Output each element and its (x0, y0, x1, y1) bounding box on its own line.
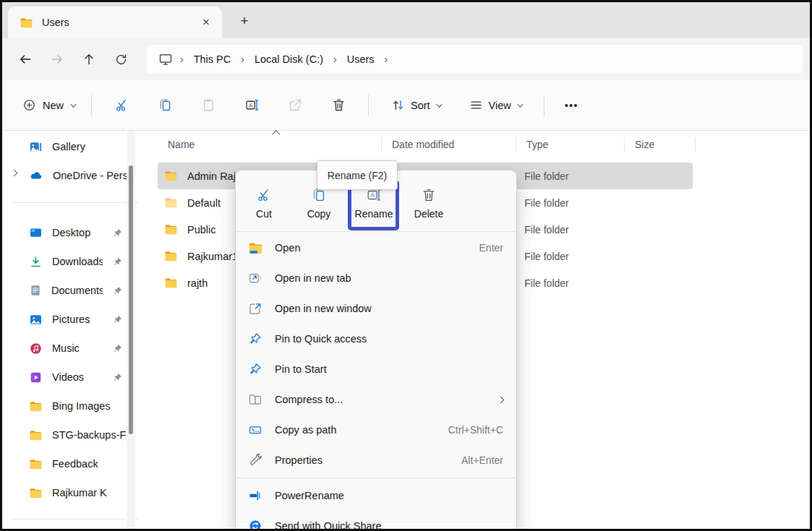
sidebar-item-desktop[interactable]: Desktop (2, 218, 147, 247)
refresh-button[interactable] (105, 46, 137, 73)
menu-item-shortcut: Ctrl+Shift+C (448, 424, 503, 436)
menu-item-open-in-new-tab[interactable]: Open in new tab (236, 263, 516, 293)
sidebar-item-label: Bing Images (52, 400, 111, 412)
sidebar-item-rajkumar-k[interactable]: Rajkumar K (2, 478, 147, 507)
sidebar-scrollbar[interactable] (127, 131, 135, 530)
breadcrumb-users[interactable]: Users (344, 51, 377, 68)
folder-icon (164, 196, 178, 210)
sidebar-item-documents[interactable]: Documents (2, 276, 147, 305)
sidebar-item-label: STG-backups-Fl (52, 429, 129, 441)
delete-button[interactable] (323, 91, 354, 120)
column-header-date-modified[interactable]: Date modified (382, 131, 516, 158)
menu-item-powerrename[interactable]: PowerRename (236, 480, 516, 511)
column-headers: Name Date modified Type Size (158, 131, 810, 158)
sidebar-item-pictures[interactable]: Pictures (2, 305, 147, 334)
delete-icon (421, 187, 437, 203)
menu-item-open-in-new-window[interactable]: Open in new window (236, 293, 516, 324)
chevron-down-icon (70, 101, 76, 107)
column-header-size[interactable]: Size (625, 131, 696, 158)
new-tab-button[interactable]: + (234, 11, 255, 31)
sidebar-item-label: Pictures (52, 314, 90, 325)
toolbar-divider (368, 95, 369, 116)
folder-icon (164, 223, 178, 236)
folder-icon (164, 249, 178, 263)
file-type: File folder (514, 197, 622, 209)
gallery-icon (29, 140, 43, 154)
toolbar-divider (91, 95, 92, 116)
column-header-name[interactable]: Name (158, 131, 382, 158)
documents-icon (29, 284, 42, 297)
breadcrumb-local-disk-c[interactable]: Local Disk (C:) (252, 51, 326, 68)
sidebar-item-stg-backups[interactable]: STG-backups-Fl (2, 420, 147, 449)
plus-circle-icon (22, 98, 36, 112)
sidebar-item-label: Feedback (52, 458, 98, 470)
sidebar-item-gallery[interactable]: Gallery (2, 132, 147, 161)
up-button[interactable] (73, 46, 105, 73)
expand-chevron-icon[interactable] (11, 170, 18, 177)
folder-icon (20, 16, 33, 30)
pictures-icon (29, 313, 43, 327)
sidebar-item-videos[interactable]: Videos (2, 363, 147, 392)
context-cut-button[interactable]: Cut (239, 180, 289, 226)
column-header-type[interactable]: Type (516, 131, 625, 158)
onedrive-icon (29, 168, 43, 183)
cut-button[interactable] (106, 91, 137, 120)
copy-button[interactable] (150, 91, 180, 120)
folder-open-icon (247, 240, 263, 256)
menu-item-compress-to[interactable]: Compress to... (236, 384, 516, 415)
open-new-tab-icon (247, 270, 263, 286)
sidebar-item-label: OneDrive - Pers (53, 170, 128, 181)
compress-zip-icon (247, 392, 263, 407)
file-name: Rajkumar1 (187, 251, 238, 262)
back-button[interactable] (9, 46, 41, 73)
sidebar-item-bing-images[interactable]: Bing Images (2, 392, 147, 420)
sidebar-item-label: Videos (52, 371, 84, 383)
menu-item-send-with-quick-share[interactable]: Send with Quick Share (236, 511, 516, 531)
sidebar-item-label: Gallery (52, 141, 85, 152)
new-button[interactable]: New (14, 92, 83, 118)
rename-button[interactable]: A (236, 91, 267, 120)
file-type: File folder (514, 170, 622, 182)
navigation-pane: Gallery OneDrive - Pers Desktop (2, 131, 147, 530)
sidebar-scrollbar-thumb[interactable] (129, 165, 133, 434)
breadcrumb-this-pc[interactable]: This PC (191, 51, 234, 68)
menu-item-pin-to-start[interactable]: Pin to Start (236, 354, 516, 384)
chevron-down-icon (517, 101, 523, 107)
chevron-down-icon (436, 101, 442, 107)
forward-button[interactable] (41, 46, 73, 73)
rename-tooltip: Rename (F2) (317, 160, 398, 190)
sidebar-item-downloads[interactable]: Downloads (2, 247, 147, 276)
menu-item-label: PowerRename (275, 490, 344, 501)
command-toolbar: New A Sort (2, 80, 810, 131)
menu-item-open[interactable]: Open Enter (236, 233, 516, 263)
desktop-icon (29, 226, 43, 240)
menu-item-label: Properties (275, 454, 322, 466)
menu-item-properties[interactable]: Properties Alt+Enter (236, 445, 516, 475)
sidebar-item-label: Documents (51, 285, 103, 296)
context-delete-button[interactable]: Delete (403, 180, 454, 226)
sidebar-divider (11, 519, 138, 519)
menu-item-pin-to-quick-access[interactable]: Pin to Quick access (236, 324, 516, 354)
share-button[interactable] (280, 91, 310, 120)
address-bar[interactable]: › This PC › Local Disk (C:) › Users › (147, 45, 803, 74)
sidebar-item-music[interactable]: Music (2, 334, 147, 363)
tab-title: Users (42, 17, 69, 28)
sort-button[interactable]: Sort (383, 92, 449, 118)
sidebar-item-feedback[interactable]: Feedback (2, 449, 147, 478)
file-type: File folder (514, 224, 622, 236)
tab-users[interactable]: Users × (8, 7, 222, 38)
view-list-icon (469, 98, 483, 112)
menu-item-copy-as-path[interactable]: Copy as path Ctrl+Shift+C (236, 415, 516, 445)
menu-item-label: Open in new window (275, 303, 372, 314)
sidebar-item-onedrive[interactable]: OneDrive - Pers (2, 161, 147, 190)
see-more-button[interactable]: ••• (559, 91, 584, 120)
tab-close-button[interactable]: × (196, 12, 216, 33)
quick-action-label: Cut (256, 208, 272, 220)
cut-icon (256, 187, 272, 203)
paste-button[interactable] (193, 91, 223, 120)
file-explorer-window: Users × + › This PC › Local Disk (C:) › … (0, 0, 812, 531)
menu-item-label: Copy as path (275, 424, 336, 436)
navigation-bar: › This PC › Local Disk (C:) › Users › (2, 38, 810, 80)
powerrename-icon (247, 488, 263, 504)
view-button[interactable]: View (461, 92, 530, 118)
